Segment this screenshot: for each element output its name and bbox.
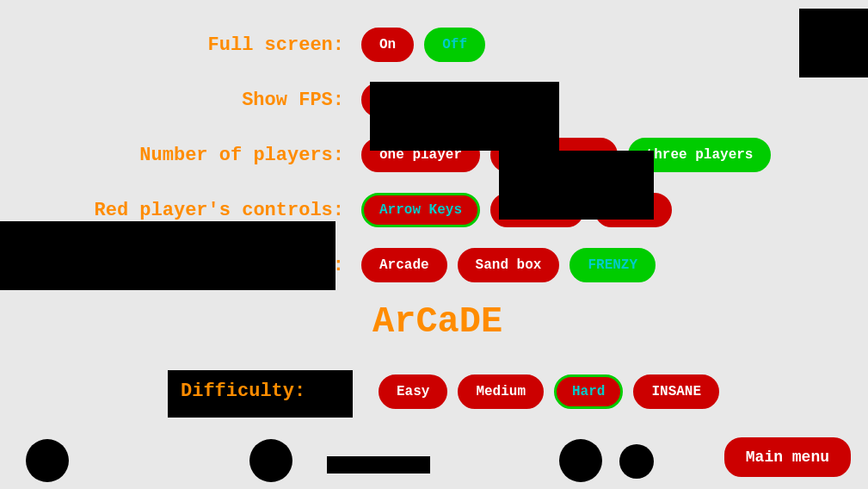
showfps-label: Show FPS: — [0, 90, 361, 111]
fullscreen-label: Full screen: — [0, 34, 361, 56]
hard-button[interactable]: Hard — [554, 374, 623, 409]
overlay-rect-3 — [0, 221, 336, 290]
arrow-keys-button[interactable]: Arrow Keys — [361, 193, 480, 227]
overlay-rect-1 — [370, 82, 559, 151]
main-menu-button[interactable]: Main menu — [724, 437, 851, 477]
arcade-button[interactable]: Arcade — [361, 248, 447, 282]
easy-button[interactable]: Easy — [379, 374, 447, 409]
redcontrols-label: Red player's controls: — [0, 200, 361, 221]
fullscreen-row: Full screen: On Off — [0, 17, 868, 72]
top-right-rect — [799, 9, 868, 77]
frenzy-button[interactable]: FRENZY — [569, 248, 656, 282]
bottom-circle-3 — [559, 439, 602, 482]
bottom-circle-2 — [249, 439, 292, 482]
bottom-circle-4 — [619, 444, 654, 479]
fullscreen-options: On Off — [361, 28, 485, 62]
bottom-circle-1 — [26, 439, 69, 482]
medium-button[interactable]: Medium — [458, 374, 544, 409]
insane-button[interactable]: INSANE — [633, 374, 719, 409]
players-label: Number of players: — [0, 145, 361, 166]
gamemode-options: Arcade Sand box FRENZY — [361, 248, 656, 282]
bottom-bar — [327, 456, 430, 474]
difficulty-options: Easy Medium Hard INSANE — [379, 374, 719, 409]
arcade-title: ArCaDE — [372, 301, 502, 343]
overlay-rect-2 — [499, 151, 654, 220]
difficulty-label: Difficulty: — [181, 381, 305, 402]
fullscreen-off-button[interactable]: Off — [424, 28, 485, 62]
sandbox-button[interactable]: Sand box — [458, 248, 560, 282]
fullscreen-on-button[interactable]: On — [361, 28, 414, 62]
